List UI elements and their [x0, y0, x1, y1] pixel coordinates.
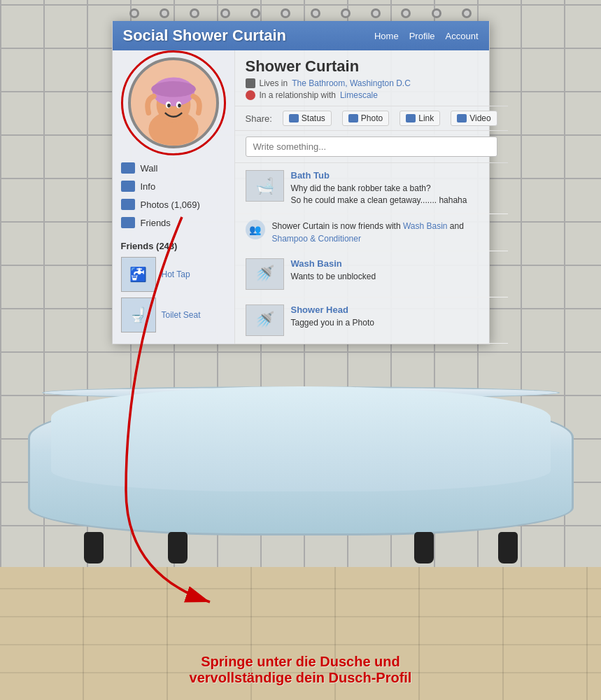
friend-update-icon: 👥 — [246, 220, 265, 239]
wash-basin-title[interactable]: Wash Basin — [291, 258, 497, 269]
friends-section-title: Friends (248) — [113, 235, 234, 254]
tub-leg-3 — [414, 532, 434, 564]
tub-outer — [28, 396, 574, 536]
bath-tub-thumbnail: 🛁 — [246, 170, 284, 202]
profile-header: Shower Curtain Lives in The Bathroom, Wa… — [235, 50, 508, 106]
sidebar: Wall Info Photos (1,069) Friends Friends… — [113, 50, 235, 344]
bathtub — [28, 340, 574, 564]
feed-item-wash-basin: 🚿 Wash Basin Wants to be unblocked — [235, 251, 508, 298]
wash-basin-thumbnail: 🚿 — [246, 258, 284, 290]
tub-leg-1 — [84, 532, 104, 564]
curtain-ring — [129, 8, 139, 18]
curtain-ring — [190, 8, 199, 18]
link-icon — [406, 114, 416, 122]
location-label: Lives in — [260, 78, 288, 88]
friend-name-toilet-seat: Toilet Seat — [162, 310, 201, 320]
wall-icon — [121, 162, 135, 174]
relationship-label: In a relationship with — [260, 90, 336, 100]
sidebar-info-label: Info — [141, 181, 156, 192]
photo-button[interactable]: Photo — [342, 111, 389, 126]
curtain-ring — [462, 8, 472, 18]
profile-area: Wall Info Photos (1,069) Friends Friends… — [113, 50, 489, 344]
profile-relationship-line: In a relationship with Limescale — [246, 90, 497, 100]
relationship-link[interactable]: Limescale — [340, 90, 378, 100]
curtain-ring — [250, 8, 260, 18]
curtain-ring — [341, 8, 351, 18]
photo-icon — [348, 114, 358, 122]
tub-inner — [51, 386, 551, 491]
tub-leg-2 — [168, 532, 188, 564]
photo-label: Photo — [361, 113, 383, 123]
profile-name: Shower Curtain — [246, 57, 497, 76]
shampoo-link[interactable]: Shampoo & Conditioner — [272, 234, 361, 244]
person-illustration — [131, 57, 216, 148]
wash-basin-text: Wants to be unblocked — [291, 271, 497, 283]
info-icon — [121, 181, 135, 192]
friend-update-middle: and — [450, 221, 464, 231]
share-label: Share: — [246, 113, 272, 124]
bath-tub-content: Bath Tub Why did the bank robber take a … — [291, 170, 497, 206]
svg-point-3 — [151, 81, 196, 97]
caption-line2: vervollständige dein Dusch-Profil — [190, 670, 412, 685]
profile-location-line: Lives in The Bathroom, Washington D.C — [246, 78, 497, 88]
location-icon — [246, 78, 255, 88]
shower-head-content: Shower Head Tagged you in a Photo — [291, 304, 497, 336]
profile-photo — [128, 57, 219, 148]
curtain-ring — [281, 8, 290, 18]
nav-account[interactable]: Account — [446, 31, 479, 41]
nav-home[interactable]: Home — [374, 31, 399, 41]
sidebar-nav: Wall Info Photos (1,069) Friends — [113, 155, 234, 235]
link-label: Link — [418, 113, 434, 123]
video-button[interactable]: Video — [451, 111, 497, 126]
curtain-rings — [113, 8, 489, 18]
facebook-header: Social Shower Curtain Home Profile Accou… — [113, 21, 489, 50]
sidebar-photos-label: Photos (1,069) — [141, 200, 200, 210]
shower-head-text: Tagged you in a Photo — [291, 317, 497, 329]
shower-curtain: Social Shower Curtain Home Profile Accou… — [112, 21, 490, 344]
write-input[interactable] — [246, 136, 497, 157]
sidebar-item-wall[interactable]: Wall — [113, 159, 234, 177]
photos-icon — [121, 199, 135, 210]
main-content: Shower Curtain Lives in The Bathroom, Wa… — [235, 50, 508, 344]
curtain-ring — [371, 8, 381, 18]
friend-update-before: Shower Curtain is now friends with — [272, 221, 403, 231]
video-label: Video — [469, 113, 490, 123]
share-bar: Share: Status Photo Link Video — [235, 106, 508, 131]
curtain-ring — [311, 8, 320, 18]
curtain-ring — [160, 8, 169, 18]
sidebar-friends-label: Friends — [141, 218, 171, 228]
shower-head-title[interactable]: Shower Head — [291, 304, 497, 315]
nav-bar: Home Profile Account — [374, 31, 479, 41]
german-caption: Springe unter die Dusche und vervollstän… — [190, 654, 412, 686]
friend-name-hot-tap: Hot Tap — [162, 270, 190, 279]
friend-update-item: 👥 Shower Curtain is now friends with Was… — [235, 214, 508, 251]
curtain-ring — [220, 8, 230, 18]
svg-point-7 — [178, 104, 181, 108]
bath-tub-text: Why did the bank robber take a bath?So h… — [291, 183, 497, 206]
friend-thumb-hot-tap: 🚰 — [121, 257, 156, 292]
wash-basin-link[interactable]: Wash Basin — [403, 221, 448, 231]
svg-point-6 — [167, 104, 171, 108]
write-input-area — [235, 131, 508, 163]
status-icon — [289, 114, 299, 122]
friend-item-toilet-seat[interactable]: 🚽 Toilet Seat — [113, 295, 234, 335]
wash-basin-content: Wash Basin Wants to be unblocked — [291, 258, 497, 290]
status-button[interactable]: Status — [283, 111, 332, 126]
location-link[interactable]: The Bathroom, Washington D.C — [292, 78, 411, 88]
status-label: Status — [302, 113, 325, 123]
friend-item-hot-tap[interactable]: 🚰 Hot Tap — [113, 254, 234, 295]
heart-icon — [246, 90, 255, 100]
caption-line1: Springe unter die Dusche und — [201, 654, 400, 669]
sidebar-item-photos[interactable]: Photos (1,069) — [113, 195, 234, 214]
link-button[interactable]: Link — [400, 111, 440, 126]
sidebar-item-friends[interactable]: Friends — [113, 214, 234, 232]
sidebar-item-info[interactable]: Info — [113, 177, 234, 195]
sidebar-wall-label: Wall — [141, 163, 158, 174]
nav-profile[interactable]: Profile — [409, 31, 435, 41]
profile-photo-container — [128, 57, 219, 148]
curtain-ring — [401, 8, 411, 18]
friend-thumb-toilet-seat: 🚽 — [121, 298, 156, 332]
feed-item-shower-head: 🚿 Shower Head Tagged you in a Photo — [235, 298, 508, 344]
site-logo: Social Shower Curtain — [123, 27, 287, 45]
bath-tub-title[interactable]: Bath Tub — [291, 170, 497, 181]
